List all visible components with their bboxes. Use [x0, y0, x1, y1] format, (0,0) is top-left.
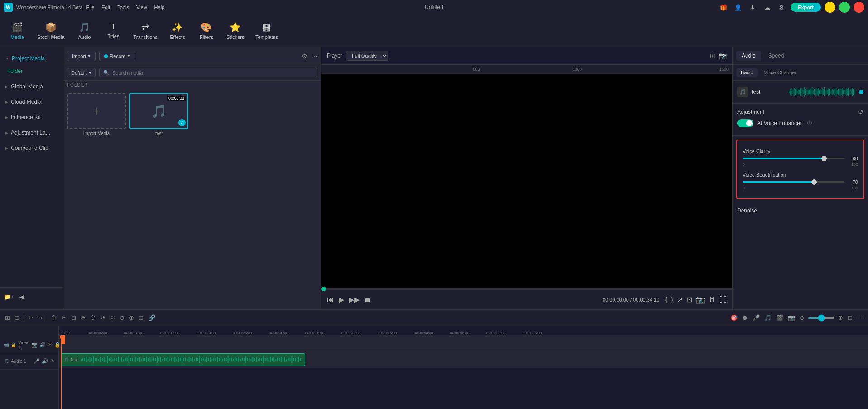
audio-clip-timeline[interactable]: 🎵 test	[61, 353, 305, 366]
voice-clarity-slider[interactable]	[743, 158, 844, 159]
tab-speed[interactable]: Speed	[763, 51, 790, 61]
toolbar-titles[interactable]: T Titles	[100, 19, 127, 42]
tab-audio[interactable]: Audio	[736, 51, 761, 61]
tl-voice-button[interactable]: 🎤	[751, 313, 761, 322]
profile-icon[interactable]: 👤	[733, 2, 743, 13]
screenshot-icon[interactable]: 📷	[719, 52, 727, 59]
skip-back-button[interactable]: ⏮	[327, 296, 334, 304]
fullscreen-button[interactable]: ⛶	[719, 296, 727, 304]
new-folder-icon[interactable]: 📁+	[4, 291, 14, 302]
tl-crop-button[interactable]: ⊡	[70, 313, 77, 322]
toolbar-media[interactable]: 🎬 Media	[4, 19, 31, 43]
sidebar-item-project-media[interactable]: ▼ Project Media	[0, 51, 63, 66]
toolbar-effects[interactable]: ✨ Effects	[164, 19, 191, 43]
tl-audio-button[interactable]: ≋	[109, 313, 116, 322]
tl-pip-button[interactable]: 🎬	[775, 313, 785, 322]
filter-button[interactable]: ⚙	[302, 53, 307, 60]
voice-beautification-slider[interactable]	[743, 181, 844, 183]
sidebar-item-influence-kit[interactable]: ▶ Influence Kit	[0, 110, 63, 125]
tl-redo-button[interactable]: ↪	[36, 313, 44, 322]
cloud-icon[interactable]: ☁	[762, 2, 772, 13]
tl-undo-button[interactable]: ↩	[27, 313, 34, 322]
tl-plus-button[interactable]: ⊕	[837, 313, 844, 322]
audio-mic-icon[interactable]: 🎤	[34, 358, 40, 364]
ai-voice-enhancer-toggle[interactable]	[737, 119, 753, 127]
toolbar-stickers[interactable]: ⭐ Stickers	[222, 19, 249, 43]
sidebar-item-global-media[interactable]: ▶ Global Media	[0, 79, 63, 94]
import-thumb[interactable]: +	[67, 93, 126, 129]
test-audio-item[interactable]: 00:00:33 🎵 ✓ test	[129, 93, 188, 136]
more-button[interactable]: ⋯	[311, 53, 317, 60]
sidebar-item-adjustment-layer[interactable]: ▶ Adjustment La...	[0, 125, 63, 140]
toolbar-stock-media[interactable]: 📦 Stock Media	[33, 19, 69, 43]
mark-in-button[interactable]: {	[665, 296, 667, 304]
settings-icon[interactable]: ⚙	[776, 2, 787, 13]
tl-link-button[interactable]: 🔗	[147, 313, 157, 322]
tl-paste-button[interactable]: ⊞	[137, 313, 145, 322]
import-button[interactable]: Import ▾	[67, 51, 96, 61]
tl-freeze-button[interactable]: ❄	[79, 313, 87, 322]
tl-select-button[interactable]: ⊟	[13, 313, 21, 322]
toolbar-transitions[interactable]: ⇄ Transitions	[129, 19, 162, 43]
quality-select[interactable]: Full Quality	[346, 51, 388, 61]
mark-out-button[interactable]: }	[671, 296, 673, 304]
video-speaker-icon[interactable]: 🔊	[39, 342, 46, 348]
ai-info-icon[interactable]: ⓘ	[807, 120, 812, 126]
import-media-item[interactable]: + Import Media	[67, 93, 126, 136]
split-view-icon[interactable]: ⊞	[710, 52, 715, 59]
search-input[interactable]	[112, 70, 313, 76]
export-button[interactable]: Export	[791, 3, 821, 12]
extract-button[interactable]: ↗	[677, 295, 683, 304]
menu-help[interactable]: Help	[154, 5, 165, 10]
video-camera-icon[interactable]: 📷	[31, 342, 38, 348]
tl-delete-button[interactable]: 🗑	[50, 313, 58, 322]
minimize-button[interactable]	[825, 2, 835, 13]
tl-record-button[interactable]: ⏺	[741, 313, 749, 322]
notification-icon[interactable]: 🎁	[718, 2, 729, 13]
tl-zoom-slider[interactable]	[808, 317, 835, 319]
tl-more-button[interactable]: ⋯	[856, 313, 864, 322]
sidebar-item-compound-clip[interactable]: ▶ Compound Clip	[0, 140, 63, 156]
player-progress-bar[interactable]	[321, 288, 732, 289]
test-audio-thumb[interactable]: 00:00:33 🎵 ✓	[129, 93, 188, 129]
play-forward-button[interactable]: ▶▶	[349, 295, 360, 304]
toolbar-audio[interactable]: 🎵 Audio	[71, 19, 98, 43]
crop-button[interactable]: ⊡	[686, 295, 692, 304]
adjustment-reset-icon[interactable]: ↺	[858, 108, 863, 115]
tl-speed-button[interactable]: ⏱	[89, 313, 97, 322]
tl-minus-button[interactable]: ⊖	[798, 313, 806, 322]
tl-grid-button[interactable]: ⊞	[846, 313, 854, 322]
audio-meter-button[interactable]: 🎚	[709, 296, 716, 304]
collapse-sidebar-icon[interactable]: ◀	[16, 291, 27, 302]
tl-copy-button[interactable]: ⊕	[128, 313, 135, 322]
tl-audio2-button[interactable]: 🎵	[763, 313, 773, 322]
toolbar-filters[interactable]: 🎨 Filters	[193, 19, 220, 43]
menu-file[interactable]: File	[86, 5, 95, 10]
menu-tools[interactable]: Tools	[117, 5, 129, 10]
toolbar-templates[interactable]: ▦ Templates	[251, 19, 283, 43]
tl-cut-button[interactable]: ✂	[60, 313, 68, 322]
tl-rotate-button[interactable]: ↺	[99, 313, 107, 322]
snapshot-button[interactable]: 📷	[696, 295, 705, 304]
menu-edit[interactable]: Edit	[101, 5, 110, 10]
record-button[interactable]: Record ▾	[99, 51, 135, 61]
subtab-basic[interactable]: Basic	[736, 68, 758, 77]
tl-screenshot-button[interactable]: 📷	[786, 313, 796, 322]
video-eye-icon[interactable]: 👁	[48, 342, 53, 348]
sidebar-item-cloud-media[interactable]: ▶ Cloud Media	[0, 94, 63, 110]
tl-split-audio-button[interactable]: ⊙	[118, 313, 126, 322]
tl-zoom-in-button[interactable]: 🎯	[729, 313, 739, 322]
close-button[interactable]	[854, 2, 864, 13]
audio-eye-icon[interactable]: 👁	[50, 358, 55, 364]
menu-view[interactable]: View	[136, 5, 147, 10]
audio-speaker-icon2[interactable]: 🔊	[42, 358, 48, 364]
play-button[interactable]: ▶	[339, 295, 344, 304]
progress-dot[interactable]	[321, 287, 326, 291]
maximize-button[interactable]	[839, 2, 850, 13]
playhead[interactable]	[61, 335, 62, 409]
download-icon[interactable]: ⬇	[747, 2, 758, 13]
stop-button[interactable]: ⏹	[364, 296, 371, 304]
tl-snap-button[interactable]: ⊞	[4, 313, 11, 322]
folder-label[interactable]: Folder	[7, 68, 23, 74]
sort-select[interactable]: Default ▾	[67, 68, 96, 77]
